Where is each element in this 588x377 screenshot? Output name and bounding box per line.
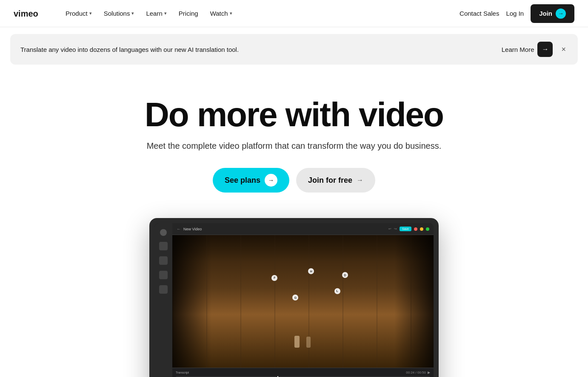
timeline-controls: 00:24 / 00:50 ▶ <box>406 371 430 374</box>
screen-topbar: ← New Video ↩ ↪ Save <box>172 223 434 235</box>
sidebar-icon-overlays <box>159 271 168 279</box>
banner-actions: Learn More → × <box>502 42 568 57</box>
topbar-dot-green <box>426 227 429 231</box>
nav-learn-chevron: ▾ <box>164 11 167 16</box>
laptop-body: ← New Video ↩ ↪ Save <box>149 218 439 377</box>
nav-pricing-label: Pricing <box>179 10 198 17</box>
nav-left: vimeo Product ▾ Solutions ▾ Learn ▾ Pric… <box>14 6 237 20</box>
banner-arrow-icon: → <box>537 42 553 57</box>
sidebar-icon-media <box>160 229 167 236</box>
join-for-free-label: Join for free <box>308 176 352 185</box>
topbar-title: New Video <box>183 227 202 231</box>
nav-solutions[interactable]: Solutions ▾ <box>100 6 139 20</box>
join-label: Join <box>539 10 552 17</box>
corridor-overlay <box>172 235 434 368</box>
join-button[interactable]: Join → <box>531 4 574 23</box>
nav-pricing[interactable]: Pricing <box>174 6 203 20</box>
join-for-free-button[interactable]: Join for free → <box>296 168 375 193</box>
hero-cta-buttons: See plans → Join for free → <box>9 168 579 193</box>
topbar-redo: ↪ <box>394 227 397 231</box>
announcement-banner: Translate any video into dozens of langu… <box>10 34 578 65</box>
video-preview-area: F H G L D <box>172 235 434 368</box>
topbar-left: ← New Video <box>177 227 202 231</box>
topbar-dot-red <box>414 227 417 231</box>
person-1 <box>294 336 300 348</box>
screen-inner: ← New Video ↩ ↪ Save <box>154 223 434 377</box>
annotation-f: F <box>271 275 277 281</box>
nav-watch-label: Watch <box>210 10 228 17</box>
nav-learn-label: Learn <box>146 10 162 17</box>
join-arrow-icon: → <box>556 9 566 19</box>
nav-watch-chevron: ▾ <box>230 11 232 16</box>
nav-right: Contact Sales Log In Join → <box>460 4 574 23</box>
timeline-timecode: 00:24 / 00:50 <box>406 371 426 374</box>
timeline-label: Transcript <box>176 371 189 374</box>
laptop-mockup: ← New Video ↩ ↪ Save <box>9 218 579 377</box>
see-plans-arrow-icon: → <box>265 174 277 187</box>
laptop-screen: ← New Video ↩ ↪ Save <box>154 223 434 377</box>
nav-product[interactable]: Product ▾ <box>61 6 96 20</box>
nav-solutions-chevron: ▾ <box>131 11 134 16</box>
screen-main: ← New Video ↩ ↪ Save <box>172 223 434 377</box>
see-plans-label: See plans <box>225 176 260 185</box>
hero-subtitle: Meet the complete video platform that ca… <box>9 141 579 151</box>
banner-cta-label: Learn More <box>502 46 534 53</box>
banner-learn-more-link[interactable]: Learn More → <box>502 42 553 57</box>
annotation-l: L <box>334 288 340 294</box>
topbar-back-icon: ← <box>177 227 181 231</box>
person-2 <box>306 337 311 348</box>
topbar-undo: ↩ <box>388 227 391 231</box>
contact-sales-link[interactable]: Contact Sales <box>460 10 499 17</box>
sidebar-icon-scenes <box>159 242 168 250</box>
topbar-right: ↩ ↪ Save <box>388 227 429 231</box>
sidebar-icon-text <box>159 256 168 265</box>
nav-product-label: Product <box>66 10 88 17</box>
see-plans-button[interactable]: See plans → <box>213 168 289 193</box>
topbar-save-btn[interactable]: Save <box>400 227 411 231</box>
banner-close-button[interactable]: × <box>559 45 568 54</box>
sidebar-icon-audio <box>159 285 168 294</box>
nav-product-chevron: ▾ <box>89 11 92 16</box>
navbar: vimeo Product ▾ Solutions ▾ Learn ▾ Pric… <box>0 0 588 27</box>
vimeo-logo[interactable]: vimeo <box>14 8 48 20</box>
screen-timeline: Transcript 00:24 / 00:50 ▶ <box>172 368 434 377</box>
join-free-arrow-icon: → <box>357 176 363 184</box>
nav-watch[interactable]: Watch ▾ <box>206 6 237 20</box>
screen-sidebar <box>154 223 172 377</box>
svg-text:vimeo: vimeo <box>14 9 38 18</box>
timeline-play[interactable]: ▶ <box>428 371 430 374</box>
nav-solutions-label: Solutions <box>104 10 130 17</box>
topbar-dot-yellow <box>420 227 423 231</box>
nav-learn[interactable]: Learn ▾ <box>142 6 171 20</box>
hero-title: Do more with video <box>9 97 579 133</box>
banner-text: Translate any video into dozens of langu… <box>20 46 239 53</box>
hero-section: Do more with video Meet the complete vid… <box>0 71 588 377</box>
log-in-link[interactable]: Log In <box>506 10 524 17</box>
timeline-topbar: Transcript 00:24 / 00:50 ▶ <box>176 371 430 374</box>
